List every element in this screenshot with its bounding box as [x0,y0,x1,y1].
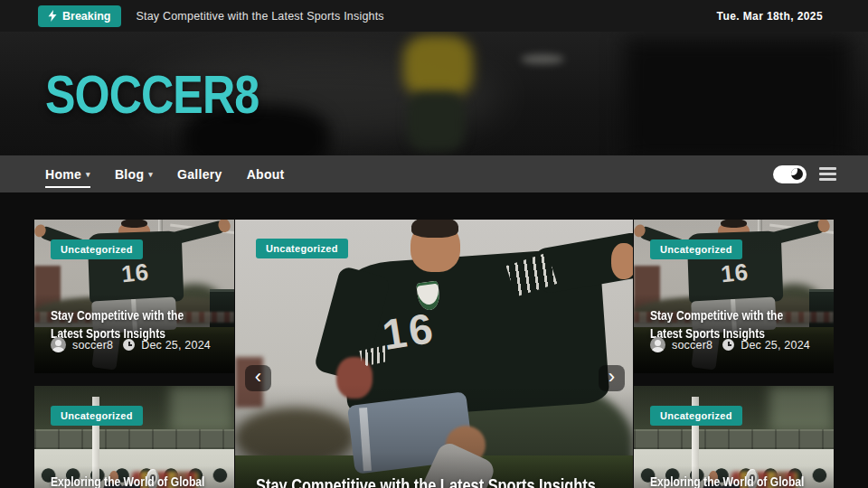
post-card-striker-left[interactable]: 16 Uncategorized Stay Competitive with t… [34,220,234,373]
nav-label-home: Home [45,167,81,182]
category-badge[interactable]: Uncategorized [650,406,742,426]
ticker-headline[interactable]: Stay Competitive with the Latest Sports … [137,10,384,23]
carousel-prev-button[interactable]: ‹ [245,365,271,391]
lightning-bolt-icon [48,10,57,22]
nav-item-home[interactable]: Home ▾ [45,155,90,192]
category-badge[interactable]: Uncategorized [650,239,742,259]
author-avatar-icon[interactable] [51,337,66,352]
hamburger-menu-icon[interactable] [819,167,836,181]
chevron-down-icon: ▾ [86,170,90,179]
breaking-badge[interactable]: Breaking [38,5,121,27]
header-bg-silhouette-right [625,38,851,155]
nav-label-blog: Blog [115,167,144,182]
header-bg-player-legs [408,91,464,151]
post-date: Dec 25, 2024 [141,339,211,352]
post-card-goal-left[interactable]: Uncategorized Exploring the World of Glo… [34,386,234,488]
nav-item-blog[interactable]: Blog ▾ [115,155,153,192]
category-badge[interactable]: Uncategorized [51,406,143,426]
author-avatar-icon[interactable] [650,337,665,352]
featured-post-title[interactable]: Stay Competitive with the Latest Sports … [256,474,623,488]
center-column: 16 Uncategorized ‹ › Stay Competitive wi… [235,220,633,488]
post-title[interactable]: Exploring the World of Global [51,473,212,488]
clock-icon [123,339,135,351]
post-date: Dec 25, 2024 [741,339,810,352]
breaking-news-bar: Breaking Stay Competitive with the Lates… [0,0,868,32]
site-header: SOCCER8 [0,32,868,155]
clock-icon [722,339,734,351]
author-name[interactable]: soccer8 [672,339,712,352]
author-name[interactable]: soccer8 [72,339,113,352]
category-badge[interactable]: Uncategorized [256,239,348,258]
current-date: Tue. Mar 18th, 2025 [717,10,823,23]
post-meta: soccer8 Dec 25, 2024 [650,337,810,352]
chevron-left-icon: ‹ [255,367,261,387]
dark-mode-toggle[interactable] [773,165,807,183]
chevron-down-icon: ▾ [148,170,153,179]
nav-label-about: About [247,167,285,182]
post-card-goal-right[interactable]: Uncategorized Exploring the World of Glo… [634,386,834,488]
site-logo[interactable]: SOCCER8 [45,62,259,124]
breaking-badge-label: Breaking [62,10,111,23]
category-badge[interactable]: Uncategorized [51,239,143,259]
nav-label-gallery: Gallery [177,167,222,182]
header-bg-light [521,54,564,64]
moon-icon [791,168,803,180]
chevron-right-icon: › [609,367,615,387]
right-column: 16 Uncategorized Stay Competitive with t… [634,220,834,488]
post-title[interactable]: Exploring the World of Global [650,473,812,488]
featured-posts-grid: 16 Uncategorized Stay Competitive with t… [0,192,868,488]
nav-item-about[interactable]: About [247,155,285,192]
carousel-next-button[interactable]: › [599,365,625,391]
nav-item-gallery[interactable]: Gallery [177,155,222,192]
image-shade-overlay [235,220,633,488]
post-card-striker-right[interactable]: 16 Uncategorized Stay Competitive with t… [634,220,834,373]
nav-controls [773,165,836,183]
main-nav: Home ▾ Blog ▾ Gallery About [0,155,868,192]
post-meta: soccer8 Dec 25, 2024 [51,337,211,352]
left-column: 16 Uncategorized Stay Competitive with t… [34,220,234,488]
header-bg-player [403,35,473,98]
featured-carousel-slide[interactable]: 16 Uncategorized ‹ › Stay Competitive wi… [235,220,633,488]
